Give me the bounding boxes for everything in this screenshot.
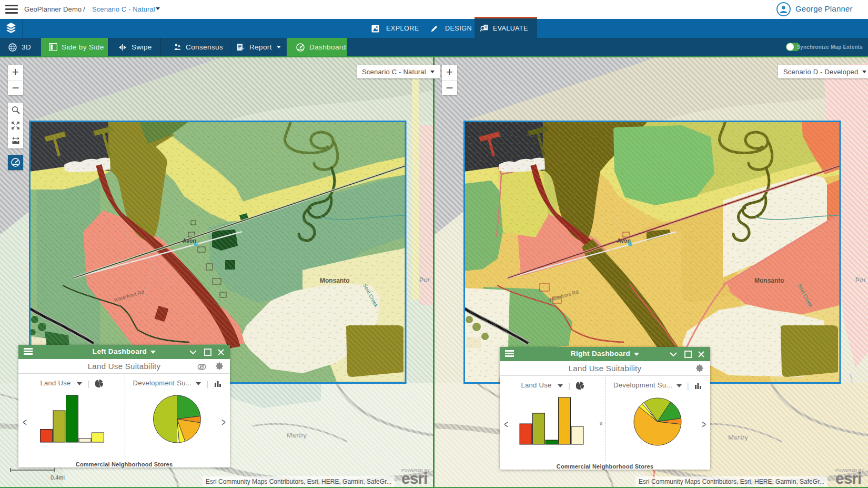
svg-text:0.4mi: 0.4mi bbox=[51, 474, 65, 481]
